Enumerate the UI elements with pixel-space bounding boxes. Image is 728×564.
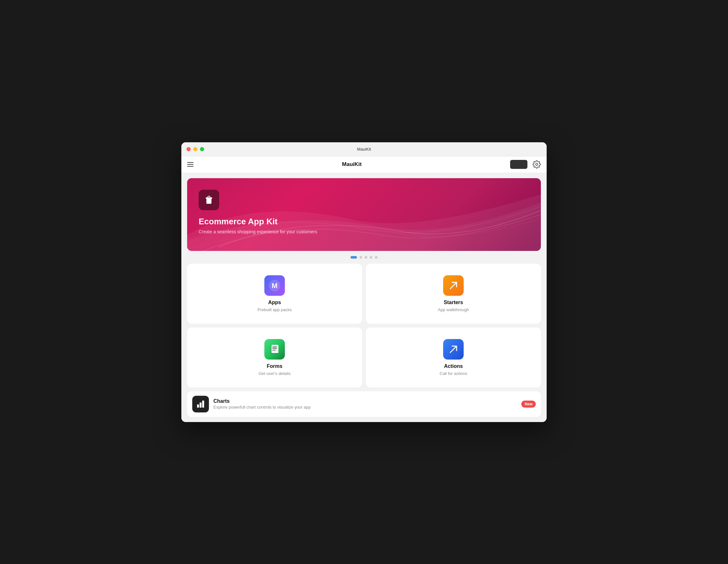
svg-rect-8 (197, 404, 199, 408)
starters-title: Starters (444, 300, 463, 305)
nav-title: MauiKit (194, 161, 510, 168)
actions-icon (443, 339, 464, 360)
nav-right (510, 160, 541, 169)
settings-icon[interactable] (533, 160, 541, 169)
starters-icon (443, 275, 464, 296)
hero-title: Ecommerce App Kit (199, 217, 529, 227)
traffic-lights (186, 147, 204, 151)
hero-app-icon (199, 190, 219, 210)
nav-bar: MauiKit (181, 156, 547, 173)
charts-subtitle: Explore powerfull chart controls to visu… (213, 405, 517, 410)
title-bar: MauiKit (181, 142, 547, 156)
starters-subtitle: App walkthrough (438, 307, 469, 312)
close-button[interactable] (186, 147, 191, 151)
svg-rect-6 (272, 348, 277, 349)
app-window: MauiKit MauiKit (181, 142, 547, 422)
charts-title: Charts (213, 398, 517, 404)
hero-subtitle: Create a seamless shopping experience fo… (199, 229, 529, 234)
apps-title: Apps (268, 300, 281, 305)
svg-text:M: M (272, 282, 277, 290)
charts-icon (192, 396, 209, 412)
apps-subtitle: Prebuilt app packs (258, 307, 292, 312)
nav-pill[interactable] (510, 160, 527, 169)
cards-grid: M Apps Prebuilt app packs Starters App w… (187, 264, 541, 387)
dot-2[interactable] (360, 256, 362, 259)
dot-1[interactable] (351, 256, 357, 259)
svg-rect-7 (272, 350, 276, 351)
svg-point-0 (536, 163, 538, 166)
forms-icon (264, 339, 285, 360)
actions-subtitle: Call for actions (440, 371, 467, 376)
forms-title: Forms (267, 363, 283, 369)
apps-card[interactable]: M Apps Prebuilt app packs (187, 264, 362, 324)
charts-list-item[interactable]: Charts Explore powerfull chart controls … (187, 391, 541, 417)
forms-subtitle: Get user's details (259, 371, 291, 376)
dot-5[interactable] (375, 256, 377, 259)
apps-icon: M (264, 275, 285, 296)
maximize-button[interactable] (200, 147, 204, 151)
dot-4[interactable] (370, 256, 372, 259)
charts-text: Charts Explore powerfull chart controls … (213, 398, 517, 410)
hamburger-menu[interactable] (187, 162, 194, 167)
starters-card[interactable]: Starters App walkthrough (366, 264, 541, 324)
actions-card[interactable]: Actions Call for actions (366, 328, 541, 387)
svg-rect-5 (272, 347, 277, 347)
dot-3[interactable] (365, 256, 367, 259)
main-content: Ecommerce App Kit Create a seamless shop… (181, 173, 547, 422)
new-badge: New (521, 401, 536, 408)
forms-card[interactable]: Forms Get user's details (187, 328, 362, 387)
carousel-dots (187, 256, 541, 259)
actions-title: Actions (444, 363, 463, 369)
svg-rect-9 (200, 402, 202, 408)
minimize-button[interactable] (193, 147, 197, 151)
hero-banner[interactable]: Ecommerce App Kit Create a seamless shop… (187, 178, 541, 251)
window-title: MauiKit (357, 147, 371, 152)
svg-rect-10 (202, 401, 204, 408)
